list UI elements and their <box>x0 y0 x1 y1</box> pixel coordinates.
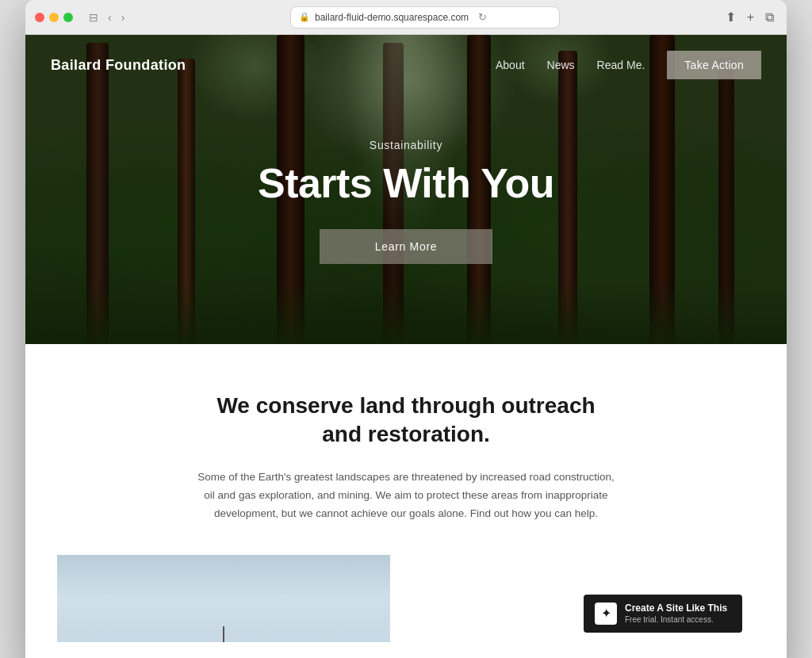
url-text: bailard-fluid-demo.squarespace.com <box>315 12 469 23</box>
browser-nav-controls: ⊟ ‹ › <box>86 10 128 25</box>
squarespace-logo-icon: ✦ <box>601 606 611 621</box>
squarespace-subtitle: Free trial. Instant access. <box>625 615 731 624</box>
address-bar[interactable]: 🔒 bailard-fluid-demo.squarespace.com ↻ <box>290 6 560 29</box>
nav-about[interactable]: About <box>496 59 525 71</box>
forward-button[interactable]: › <box>118 10 128 25</box>
traffic-lights <box>35 13 73 22</box>
squarespace-logo: ✦ <box>595 603 617 625</box>
sidebar-toggle[interactable]: ⊟ <box>86 10 102 25</box>
new-tab-button[interactable]: + <box>744 9 757 26</box>
nav-readme[interactable]: Read Me. <box>597 59 645 71</box>
learn-more-button[interactable]: Learn More <box>320 229 493 264</box>
bottom-section: ✦ Create A Site Like This Free trial. In… <box>57 555 755 642</box>
main-body-text: Some of the Earth's greatest landscapes … <box>192 469 620 523</box>
close-button[interactable] <box>35 13 44 22</box>
nav-news[interactable]: News <box>547 59 575 71</box>
partial-image <box>57 555 390 642</box>
nav-links: About News Read Me. Take Action <box>496 51 761 79</box>
browser-titlebar: ⊟ ‹ › 🔒 bailard-fluid-demo.squarespace.c… <box>25 0 787 35</box>
squarespace-badge[interactable]: ✦ Create A Site Like This Free trial. In… <box>584 595 742 633</box>
minimize-button[interactable] <box>49 13 59 22</box>
website-content: Bailard Foundation About News Read Me. T… <box>25 35 787 658</box>
browser-action-buttons: ⬆ + ⧉ <box>722 8 777 26</box>
share-button[interactable]: ⬆ <box>722 8 739 26</box>
squarespace-text: Create A Site Like This Free trial. Inst… <box>625 603 731 625</box>
back-button[interactable]: ‹ <box>105 10 115 25</box>
hero-subtitle: Sustainability <box>370 139 442 151</box>
hero-title: Starts With You <box>258 161 554 206</box>
squarespace-title: Create A Site Like This <box>625 603 731 615</box>
navbar: Bailard Foundation About News Read Me. T… <box>25 35 787 95</box>
address-bar-container: 🔒 bailard-fluid-demo.squarespace.com ↻ <box>134 6 715 29</box>
take-action-button[interactable]: Take Action <box>667 51 761 79</box>
lock-icon: 🔒 <box>299 12 310 22</box>
hero-section: Bailard Foundation About News Read Me. T… <box>25 35 787 344</box>
main-content: We conserve land through outreach and re… <box>25 344 787 658</box>
main-heading: We conserve land through outreach and re… <box>216 392 596 450</box>
image-figure <box>223 626 224 642</box>
browser-window: ⊟ ‹ › 🔒 bailard-fluid-demo.squarespace.c… <box>25 0 787 658</box>
maximize-button[interactable] <box>63 13 73 22</box>
site-logo[interactable]: Bailard Foundation <box>51 57 186 74</box>
reload-button[interactable]: ↻ <box>478 11 487 23</box>
tab-overview-button[interactable]: ⧉ <box>762 9 777 26</box>
